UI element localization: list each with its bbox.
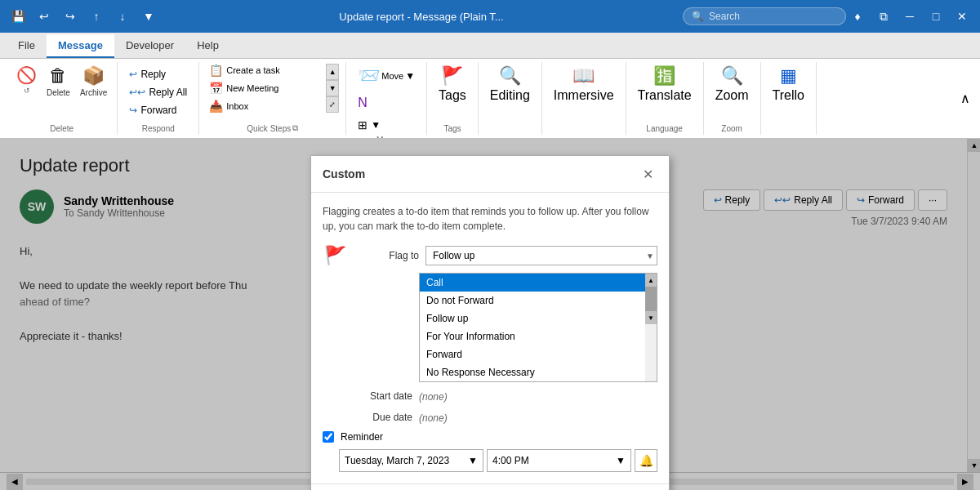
search-bar[interactable]: 🔍 Search	[683, 7, 846, 25]
undo-btn[interactable]: ↩	[33, 5, 56, 28]
reply-icon: ↩	[129, 69, 137, 80]
dropdown-scroll-up[interactable]: ▲	[645, 274, 657, 287]
flag-to-dropdown[interactable]: Follow up	[425, 246, 657, 265]
new-meeting-label: New Meeting	[226, 83, 278, 93]
reply-flag-btn[interactable]: 🚫 ↺	[13, 62, 40, 98]
custom-modal: Custom ✕ Flagging creates a to-do item t…	[310, 155, 670, 490]
dropdown-item-do-not-forward[interactable]: Do not Forward	[420, 292, 645, 310]
editing-content: 🔍 Editing	[485, 62, 535, 131]
reminder-checkbox[interactable]	[323, 431, 334, 443]
ribbon-group-respond: ↩ Reply ↩↩ Reply All ↪ Forward Respond	[118, 62, 199, 135]
reply-btn[interactable]: ↩ Reply	[124, 66, 171, 82]
zoom-content: 🔍 Zoom	[710, 62, 754, 122]
tags-group-label: Tags	[440, 122, 464, 135]
move-content: 📨 Move ▼ N ⊞ ▼	[353, 62, 420, 134]
dropdown-item-forward[interactable]: Forward	[420, 345, 645, 363]
dropdown-item-call[interactable]: Call	[420, 274, 645, 292]
dropdown-scroll-thumb	[645, 287, 657, 311]
ribbon-group-editing: 🔍 Editing	[479, 62, 542, 135]
tab-file[interactable]: File	[7, 34, 47, 58]
editing-icon: 🔍	[499, 65, 521, 87]
translate-icon: 🈯	[653, 65, 675, 87]
title-bar: 💾 ↩ ↪ ↑ ↓ ▼ Update report - Message (Pla…	[0, 0, 980, 33]
tab-developer[interactable]: Developer	[114, 34, 185, 58]
qs-up[interactable]: ▲	[326, 64, 339, 80]
flag-to-label: Flag to	[354, 250, 419, 261]
flag-to-row: 🚩 Flag to Follow up ▼	[323, 245, 657, 266]
bell-btn[interactable]: 🔔	[635, 449, 657, 472]
search-icon: 🔍	[692, 11, 704, 22]
respond-group-label: Respond	[139, 122, 178, 135]
tags-btn[interactable]: 🚩 Tags	[434, 62, 471, 106]
more-move-btn[interactable]: ⊞ ▼	[353, 116, 385, 134]
immersive-icon: 📖	[572, 65, 595, 87]
immersive-content: 📖 Immersive	[549, 62, 619, 131]
translate-label: Translate	[638, 88, 692, 103]
trello-btn[interactable]: ▦ Trello	[768, 62, 809, 106]
quickstep-create-task[interactable]: 📋 Create a task	[206, 62, 323, 78]
modal-title-bar: Custom ✕	[311, 156, 669, 193]
dropdown-with-scrollbar: Call Do not Forward Follow up For Your I…	[419, 273, 657, 382]
date-dropdown[interactable]: Tuesday, March 7, 2023 ▼	[339, 449, 483, 472]
trello-label: Trello	[773, 88, 804, 103]
quicksteps-expand-icon[interactable]: ⧉	[292, 123, 298, 133]
dropdown-item-for-your-info[interactable]: For Your Information	[420, 327, 645, 345]
immersive-btn[interactable]: 📖 Immersive	[549, 62, 619, 106]
up-btn[interactable]: ↑	[85, 5, 108, 28]
save-btn[interactable]: 💾	[7, 5, 29, 28]
quicksteps-group-label: Quick Steps ⧉	[243, 122, 301, 135]
restore-btn[interactable]: ⧉	[872, 5, 895, 28]
diamond-btn[interactable]: ♦	[846, 5, 869, 28]
maximize-btn[interactable]: □	[924, 5, 947, 28]
forward-btn[interactable]: ↪ Forward	[124, 102, 181, 118]
quickstep-new-meeting[interactable]: 📅 New Meeting	[206, 80, 323, 96]
zoom-btn[interactable]: 🔍 Zoom	[710, 62, 754, 106]
ribbon-group-move: 📨 Move ▼ N ⊞ ▼ Move	[346, 62, 427, 135]
tab-help[interactable]: Help	[185, 34, 230, 58]
ribbon-group-trello: ▦ Trello	[761, 62, 817, 135]
qs-down[interactable]: ▼	[326, 80, 339, 96]
ribbon-group-zoom: 🔍 Zoom Zoom	[704, 62, 761, 135]
delete-btn[interactable]: 🗑 Delete	[43, 62, 74, 100]
archive-btn[interactable]: 📦 Archive	[77, 62, 110, 100]
start-date-value: (none)	[419, 391, 448, 403]
editing-label: Editing	[490, 88, 530, 103]
close-btn[interactable]: ✕	[951, 5, 973, 28]
due-date-control: (none)	[419, 410, 657, 425]
dropdown-item-no-response[interactable]: No Response Necessary	[420, 363, 645, 381]
modal-overlay: Custom ✕ Flagging creates a to-do item t…	[0, 139, 980, 490]
tags-icon: 🚩	[441, 65, 463, 87]
move-btn[interactable]: 📨 Move ▼	[353, 62, 420, 90]
start-date-label: Start date	[347, 390, 412, 402]
minimize-btn[interactable]: ─	[898, 5, 921, 28]
date-dropdown-arrow: ▼	[468, 455, 478, 466]
translate-btn[interactable]: 🈯 Translate	[633, 62, 697, 106]
onenote-icon: N	[358, 96, 368, 110]
redo-btn[interactable]: ↪	[59, 5, 82, 28]
down-btn[interactable]: ↓	[111, 5, 134, 28]
immersive-label: Immersive	[554, 88, 614, 103]
language-content: 🈯 Translate	[633, 62, 697, 122]
modal-close-btn[interactable]: ✕	[638, 164, 657, 184]
tab-message[interactable]: Message	[47, 34, 114, 58]
delete-group-content: 🚫 ↺ 🗑 Delete 📦 Archive	[13, 62, 110, 122]
quickstep-inbox[interactable]: 📥 Inbox	[206, 98, 323, 114]
flag-icon: 🚩	[324, 245, 346, 265]
datetime-row: Tuesday, March 7, 2023 ▼ 4:00 PM ▼ 🔔	[323, 449, 657, 472]
ribbon-collapse[interactable]: ∧	[957, 62, 973, 135]
forward-icon: ↪	[129, 105, 137, 116]
dropdown-scroll-down[interactable]: ▼	[645, 311, 657, 324]
dropdown-list-container: Call Do not Forward Follow up For Your I…	[419, 273, 657, 382]
dropdown-item-follow-up[interactable]: Follow up	[420, 310, 645, 327]
customize-btn[interactable]: ▼	[137, 5, 160, 28]
task-icon: 📋	[209, 64, 223, 77]
time-dropdown[interactable]: 4:00 PM ▼	[487, 449, 631, 472]
reply-all-btn[interactable]: ↩↩ Reply All	[124, 84, 192, 100]
language-group-label: Language	[643, 122, 686, 135]
search-placeholder: Search	[709, 11, 740, 22]
onenote-btn[interactable]: N	[353, 93, 372, 113]
qs-expand[interactable]: ⤢	[326, 96, 339, 113]
editing-btn[interactable]: 🔍 Editing	[485, 62, 535, 106]
inbox-icon: 📥	[209, 100, 223, 113]
title-bar-controls: 💾 ↩ ↪ ↑ ↓ ▼	[7, 5, 160, 28]
